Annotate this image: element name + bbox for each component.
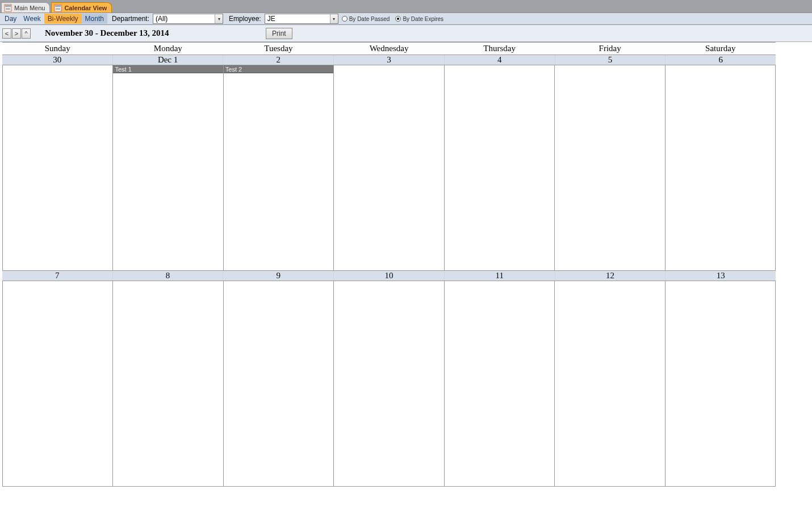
print-button[interactable]: Print (266, 28, 292, 39)
date-cell[interactable]: Dec 1 (113, 55, 224, 65)
day-header: Monday (113, 43, 224, 55)
day-cell[interactable] (2, 65, 113, 271)
filter-radio-group: By Date Passed By Date Expires (342, 16, 449, 22)
week-row (2, 281, 776, 487)
next-button[interactable]: > (12, 28, 21, 39)
day-header: Wednesday (334, 43, 445, 55)
date-cell[interactable]: 9 (223, 271, 334, 281)
svg-rect-1 (5, 5, 11, 7)
date-cell[interactable]: 5 (555, 55, 666, 65)
day-header: Thursday (444, 43, 555, 55)
chevron-down-icon[interactable]: ▾ (330, 14, 338, 23)
day-cell[interactable] (445, 281, 555, 487)
department-value: (All) (153, 15, 215, 23)
tab-main-menu[interactable]: Main Menu (1, 2, 50, 12)
day-cell[interactable] (665, 281, 776, 487)
svg-rect-6 (56, 8, 60, 9)
tab-calendar-view[interactable]: Calendar View (51, 2, 112, 12)
employee-combo[interactable]: JE ▾ (265, 14, 338, 24)
date-cell[interactable]: 11 (445, 271, 555, 281)
svg-rect-7 (56, 9, 60, 10)
employee-value: JE (265, 15, 330, 23)
day-header: Friday (555, 43, 665, 55)
date-cell[interactable]: 6 (665, 55, 776, 65)
day-header: Tuesday (223, 43, 334, 55)
date-cell[interactable]: 7 (2, 271, 113, 281)
day-cell[interactable] (665, 65, 776, 271)
date-range-title: November 30 - December 13, 2014 (45, 28, 169, 38)
date-cell[interactable]: 2 (223, 55, 334, 65)
form-icon (54, 4, 62, 12)
view-month-button[interactable]: Month (82, 14, 107, 24)
day-header-row: Sunday Monday Tuesday Wednesday Thursday… (2, 42, 776, 55)
radio-icon (342, 16, 348, 22)
radio-by-date-passed[interactable]: By Date Passed (342, 16, 390, 22)
day-header: Saturday (665, 43, 776, 55)
date-cell[interactable]: 8 (113, 271, 224, 281)
department-label: Department: (110, 15, 152, 23)
day-cell[interactable] (334, 65, 444, 271)
date-row: 7 8 9 10 11 12 13 (2, 271, 776, 281)
view-biweekly-button[interactable]: Bi-Weekly (44, 14, 82, 24)
date-cell[interactable]: 10 (334, 271, 445, 281)
radio-label: By Date Expires (403, 16, 443, 22)
date-cell[interactable]: 3 (334, 55, 445, 65)
day-cell[interactable] (555, 281, 665, 487)
date-cell[interactable]: 30 (2, 55, 113, 65)
tab-label: Calendar View (64, 5, 107, 11)
radio-by-date-expires[interactable]: By Date Expires (395, 16, 443, 22)
chevron-down-icon[interactable]: ▾ (215, 14, 223, 23)
prev-button[interactable]: < (2, 28, 11, 39)
day-cell[interactable] (2, 281, 113, 487)
employee-label: Employee: (227, 15, 263, 23)
day-cell[interactable] (445, 65, 555, 271)
date-cell[interactable]: 13 (665, 271, 776, 281)
up-button[interactable]: ^ (22, 28, 31, 39)
calendar-event[interactable]: Test 2 (224, 65, 333, 73)
tab-label: Main Menu (14, 5, 45, 11)
day-cell[interactable]: Test 2 (224, 65, 334, 271)
toolbar: Day Week Bi-Weekly Month Department: (Al… (0, 12, 812, 25)
radio-label: By Date Passed (349, 16, 390, 22)
day-cell[interactable]: Test 1 (113, 65, 223, 271)
svg-rect-2 (6, 8, 10, 9)
department-combo[interactable]: (All) ▾ (153, 14, 223, 24)
day-header: Sunday (2, 43, 113, 55)
form-icon (4, 4, 12, 12)
date-nav-bar: < > ^ November 30 - December 13, 2014 Pr… (0, 25, 812, 42)
svg-rect-3 (6, 9, 10, 10)
calendar-grid: Sunday Monday Tuesday Wednesday Thursday… (2, 42, 776, 487)
day-cell[interactable] (224, 281, 334, 487)
radio-icon (395, 16, 401, 22)
tab-bar: Main Menu Calendar View (0, 0, 812, 12)
date-cell[interactable]: 12 (555, 271, 666, 281)
svg-rect-5 (55, 5, 61, 7)
day-cell[interactable] (334, 281, 444, 487)
day-cell[interactable] (555, 65, 665, 271)
calendar-event[interactable]: Test 1 (113, 65, 223, 73)
date-row: 30 Dec 1 2 3 4 5 6 (2, 55, 776, 65)
view-week-button[interactable]: Week (20, 14, 44, 24)
week-row: Test 1 Test 2 (2, 65, 776, 271)
date-cell[interactable]: 4 (445, 55, 555, 65)
day-cell[interactable] (113, 281, 223, 487)
view-day-button[interactable]: Day (1, 14, 20, 24)
